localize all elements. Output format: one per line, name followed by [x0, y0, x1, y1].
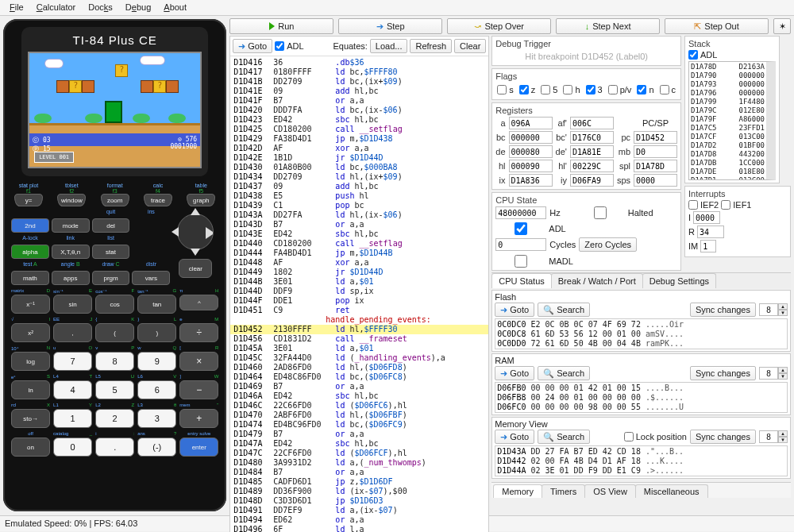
dpad[interactable]: [172, 209, 218, 255]
disasm-row[interactable]: D1D423ED42 sbc hl,bc: [230, 115, 488, 125]
ram-goto-button[interactable]: ➜Goto: [495, 366, 534, 380]
disasm-row[interactable]: D1D4702ABF6FD0 ld hl,($D06FBF): [230, 411, 488, 420]
disasm-row[interactable]: D1D41BDD2709 ld bc,(ix+$09): [230, 77, 488, 87]
stack-row[interactable]: D1A7DE018E80: [691, 168, 765, 176]
zero-cycles-button[interactable]: Zero Cycles: [579, 237, 637, 252]
key-7[interactable]: 7: [53, 352, 92, 371]
reg-hl[interactable]: [509, 160, 553, 172]
btn-clear[interactable]: clear: [179, 259, 212, 278]
hz-input[interactable]: [495, 206, 546, 219]
stack-row[interactable]: D1A796000000: [691, 89, 765, 98]
disasm-row[interactable]: D1D47C22CF6FD0 ld ($D06FCF),hl: [230, 449, 488, 458]
mem-tab-3[interactable]: Miscellaneous: [635, 484, 708, 498]
flag-3[interactable]: 3: [586, 85, 603, 94]
fkey-graph[interactable]: graph: [187, 194, 215, 206]
key-tan[interactable]: tan: [137, 295, 176, 314]
disasm-row[interactable]: D1D494ED62 or a,a: [230, 515, 488, 525]
key-[interactable]: ): [137, 323, 176, 342]
key-1[interactable]: 1: [53, 409, 92, 428]
flash-sync-button[interactable]: Sync changes: [690, 303, 756, 317]
reg-de2[interactable]: [570, 145, 614, 158]
memview-lock-checkbox[interactable]: Lock position: [624, 432, 687, 441]
dpad-right[interactable]: [206, 227, 219, 239]
btn-2nd[interactable]: 2nd: [11, 218, 49, 233]
stack-row[interactable]: D1A7DB1CC000: [691, 159, 765, 168]
disasm-row[interactable]: D1D44FDDE1 pop ix: [230, 296, 488, 306]
btn-stat[interactable]: stat: [92, 245, 130, 259]
flash-goto-button[interactable]: ➜Goto: [495, 303, 534, 317]
flash-width-spin[interactable]: ▲▼: [759, 303, 788, 316]
key-2[interactable]: 2: [95, 409, 134, 428]
disasm-row[interactable]: D1D4522130FFFF ld hl,$FFFF30: [230, 325, 488, 334]
reg-iy[interactable]: [570, 174, 614, 187]
key-3[interactable]: 3: [137, 409, 176, 428]
stack-row[interactable]: D1A7991F4480: [691, 98, 765, 106]
memview-width-spin[interactable]: ▲▼: [759, 430, 788, 443]
key-[interactable]: ^: [179, 295, 218, 310]
stack-row[interactable]: D1A79FA86000: [691, 115, 765, 124]
mem-tab-2[interactable]: OS View: [584, 484, 636, 498]
btn-math[interactable]: math: [11, 271, 49, 285]
disasm-goto-button[interactable]: ➜Goto: [233, 39, 272, 53]
stack-row[interactable]: D1A7C523FFD1: [691, 124, 765, 133]
reg-af[interactable]: [570, 117, 614, 129]
disassembly-listing[interactable]: D1D41636 .db$36D1D4170180FFFF ld bc,$FFF…: [230, 56, 488, 532]
key-9[interactable]: 9: [137, 352, 176, 371]
key-sto[interactable]: sto→: [11, 409, 50, 428]
int-i-input[interactable]: [693, 211, 720, 224]
disasm-row[interactable]: D1D48DC3D3D6D1 jp $D1D6D3: [230, 496, 488, 506]
reg-spl[interactable]: [634, 160, 677, 172]
disasm-row[interactable]: D1D45A3E01 ld a,$01: [230, 344, 488, 353]
disasm-row[interactable]: D1D464ED48C86FD0 ld bc,($D06FC8): [230, 372, 488, 382]
adl-state-checkbox[interactable]: ADL: [495, 222, 565, 235]
disasm-row[interactable]: D1D4803A9931D2 ld a,(_num_thwomps): [230, 458, 488, 468]
ram-hexview[interactable]: D06FB000 00 00 01 42 01 00 15....B...D06…: [495, 382, 788, 413]
flag-z[interactable]: z: [519, 85, 536, 94]
disasm-row[interactable]: D1D485CADFD6D1 jp z,$D1D6DF: [230, 477, 488, 487]
flag-pv[interactable]: p/v: [608, 85, 632, 94]
key-[interactable]: ÷: [179, 323, 218, 342]
key-cos[interactable]: cos: [95, 295, 134, 314]
step-over-button[interactable]: ⤻Step Over: [447, 18, 551, 34]
key-ln[interactable]: ln: [11, 380, 50, 399]
disasm-row[interactable]: D1D448AF xor a,a: [230, 258, 488, 268]
key-0[interactable]: 0: [53, 438, 92, 457]
reg-a[interactable]: [509, 117, 553, 129]
calculator-screen[interactable]: ? ? ? ⓒ 03 ⓟ 15 ⊙ 5760001900 LEVEL 001: [28, 52, 202, 168]
btn-del[interactable]: del: [92, 218, 130, 233]
key-[interactable]: ,: [53, 323, 92, 342]
ief2-checkbox[interactable]: IEF2: [688, 200, 719, 210]
key-[interactable]: .: [95, 438, 134, 457]
disasm-row[interactable]: D1D43DB7 or a,a: [230, 220, 488, 229]
memview-search-button[interactable]: 🔍Search: [538, 430, 590, 444]
disasm-row[interactable]: D1D42E1B1D jr $D1D44D: [230, 153, 488, 163]
disasm-row[interactable]: D1D489DD36F900 ld (ix-$07),$00: [230, 487, 488, 496]
int-r-input[interactable]: [697, 226, 724, 238]
disasm-row[interactable]: D1D484B7 or a,a: [230, 468, 488, 477]
key-x[interactable]: x⁻¹: [11, 295, 50, 314]
stack-row[interactable]: D1A793000000: [691, 80, 765, 89]
menu-debug[interactable]: Debug: [119, 0, 157, 15]
run-button[interactable]: Run: [229, 18, 333, 34]
mem-tab-1[interactable]: Timers: [542, 484, 585, 498]
stack-row[interactable]: D1A7D1013C00: [691, 176, 765, 180]
madl-checkbox[interactable]: MADL: [495, 255, 573, 268]
flag-c[interactable]: c: [660, 85, 676, 94]
step-next-button[interactable]: ↓Step Next: [556, 18, 660, 34]
disasm-row[interactable]: D1D438E5 push hl: [230, 191, 488, 201]
flag-h[interactable]: h: [563, 85, 580, 94]
stack-row[interactable]: D1A78DD2163A: [691, 63, 765, 71]
reg-bc[interactable]: [509, 131, 553, 144]
step-button[interactable]: ➔Step: [338, 18, 442, 34]
flag-s[interactable]: s: [497, 85, 514, 94]
memview-goto-button[interactable]: ➜Goto: [495, 430, 534, 444]
reg-mb[interactable]: [634, 145, 677, 158]
disasm-row[interactable]: D1D4966F ld l,a: [230, 525, 488, 532]
debug-tab-0[interactable]: CPU Status: [491, 273, 551, 288]
btn-vars[interactable]: vars: [132, 271, 170, 285]
fkey-window[interactable]: window: [57, 194, 86, 206]
disasm-row[interactable]: D1D479B7 or a,a: [230, 430, 488, 439]
dpad-up[interactable]: [191, 208, 200, 215]
key-sin[interactable]: sin: [53, 295, 92, 314]
int-im-input[interactable]: [700, 240, 716, 253]
